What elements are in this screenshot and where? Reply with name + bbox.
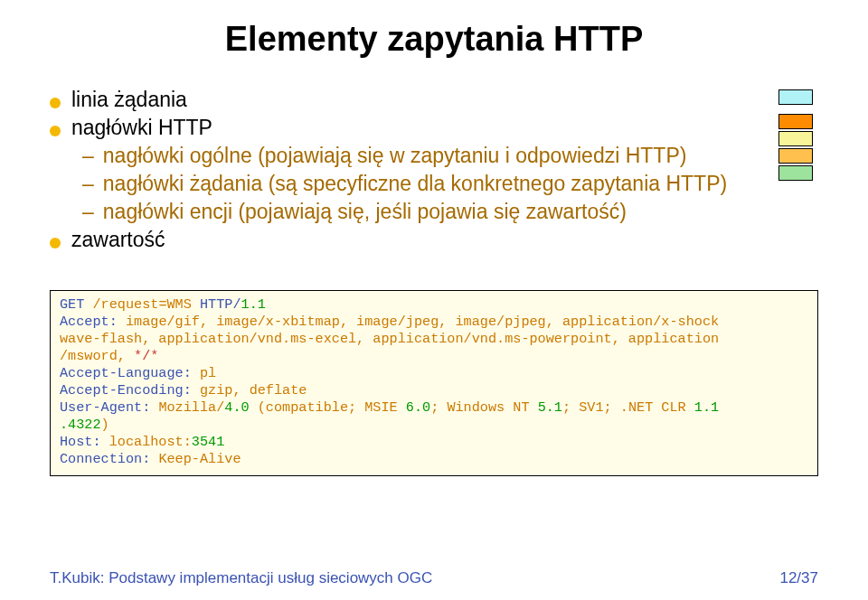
bullet-linia-zadania: linia żądania [50, 86, 778, 114]
code-token: ; Windows NT [430, 399, 537, 416]
code-line: User-Agent: Mozilla/4.0 (compatible; MSI… [60, 399, 808, 417]
code-token: /request=WMS [92, 296, 191, 313]
code-line: Connection: Keep-Alive [60, 451, 808, 468]
code-line: GET /request=WMS HTTP/1.1 [60, 296, 808, 314]
code-token: Host: [60, 434, 109, 450]
subbullet-zadania: – nagłówki żądania (są specyficzne dla k… [82, 170, 778, 198]
bullet-text: zawartość [71, 226, 165, 254]
code-token: (compatible; MSIE [250, 399, 406, 416]
swatch-group-main [778, 114, 813, 181]
bullet-dot-icon [50, 98, 61, 108]
code-token: Keep-Alive [158, 451, 241, 467]
code-token: .NET CLR [620, 399, 694, 416]
color-swatch [778, 89, 813, 105]
subbullet-text: nagłówki żądania (są specyficzne dla kon… [103, 170, 727, 198]
subbullet-encji: – nagłówki encji (pojawiają się, jeśli p… [82, 198, 778, 226]
code-token: User-Agent: [60, 399, 158, 416]
footer-left: T.Kubik: Podstawy implementacji usług si… [50, 569, 432, 587]
code-token: 6.0 [406, 399, 430, 416]
code-line: Host: localhost:3541 [60, 434, 808, 451]
code-token: Accept: [60, 314, 126, 330]
bullet-zawartosc: zawartość [50, 226, 778, 254]
code-token: HTTP/ [192, 296, 241, 313]
code-token: Accept-Language: [60, 365, 200, 381]
code-token: .4322 [60, 417, 101, 433]
code-token: 5.1 [538, 399, 562, 416]
bullet-text: nagłówki HTTP [71, 114, 212, 142]
code-token: /msword, [60, 348, 134, 364]
slide-title: Elementy zapytania HTTP [50, 20, 818, 59]
content-row: linia żądania nagłówki HTTP – nagłówki o… [50, 86, 818, 254]
code-token: Accept-Encoding: [60, 382, 200, 398]
bullet-text: linia żądania [71, 86, 187, 114]
subbullet-text: nagłówki encji (pojawiają się, jeśli poj… [103, 198, 627, 226]
code-token: wave-flash, application/vnd.ms-excel, ap… [60, 331, 719, 347]
color-swatch [778, 114, 813, 129]
swatch-group-top [778, 89, 813, 105]
code-line: wave-flash, application/vnd.ms-excel, ap… [60, 331, 808, 348]
http-request-code: GET /request=WMS HTTP/1.1 Accept: image/… [50, 290, 818, 476]
code-token: gzip, deflate [200, 382, 307, 398]
bullet-naglowki-http: nagłówki HTTP [50, 114, 778, 142]
color-swatch [778, 131, 813, 146]
code-token: Mozilla/ [158, 399, 224, 416]
code-token: pl [200, 365, 216, 381]
code-token: 4.0 [224, 399, 249, 416]
subbullet-ogolne: – nagłówki ogólne (pojawiają się w zapyt… [82, 142, 778, 170]
subbullet-text: nagłówki ogólne (pojawiają się w zapytan… [103, 142, 687, 170]
bullet-dot-icon [50, 126, 61, 136]
code-token: 1.1 [694, 399, 719, 416]
code-token: ; SV1; [562, 399, 620, 416]
code-line: /msword, */* [60, 348, 808, 365]
swatch-column [778, 86, 818, 181]
code-token: */* [134, 348, 158, 364]
code-line: .4322) [60, 417, 808, 434]
footer: T.Kubik: Podstawy implementacji usług si… [50, 569, 818, 587]
code-line: Accept: image/gif, image/x-xbitmap, imag… [60, 314, 808, 331]
slide: Elementy zapytania HTTP linia żądania na… [0, 0, 868, 600]
code-token: image/gif, image/x-xbitmap, image/jpeg, … [126, 314, 719, 330]
code-token: 1.1 [241, 296, 266, 313]
color-swatch [778, 165, 813, 181]
code-token: 3541 [192, 434, 224, 450]
code-token: Connection: [60, 451, 158, 467]
code-token: GET [60, 296, 92, 313]
color-swatch [778, 148, 813, 164]
code-token: localhost: [109, 434, 192, 450]
dash-icon: – [82, 142, 94, 170]
bullet-dot-icon [50, 238, 61, 248]
footer-right: 12/37 [779, 569, 818, 587]
code-line: Accept-Encoding: gzip, deflate [60, 382, 808, 399]
code-line: Accept-Language: pl [60, 365, 808, 382]
bullet-list: linia żądania nagłówki HTTP – nagłówki o… [50, 86, 778, 254]
dash-icon: – [82, 198, 94, 226]
dash-icon: – [82, 170, 94, 198]
code-token: ) [101, 417, 109, 433]
